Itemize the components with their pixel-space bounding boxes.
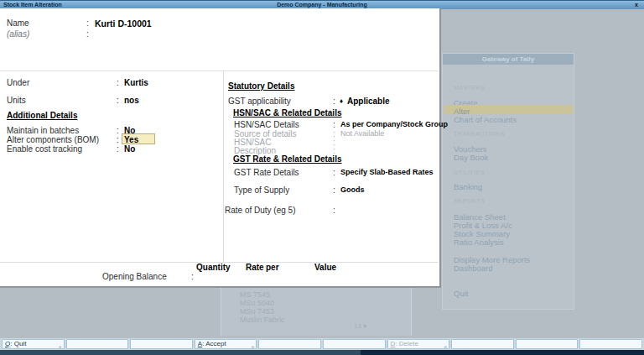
list-item: MSu 7453 bbox=[240, 307, 274, 316]
button-label: Quit bbox=[14, 340, 27, 347]
gateway-menu-title: Gateway of Tally bbox=[443, 54, 574, 65]
diamond-bullet-icon: ♦ bbox=[340, 97, 343, 105]
list-item: Muslin Fabric bbox=[240, 316, 285, 324]
description-row: Description : bbox=[0, 146, 439, 156]
under-row: Under : Kurtis bbox=[0, 78, 439, 88]
alias-row: (alias) : bbox=[0, 29, 439, 39]
colon: : bbox=[333, 185, 335, 195]
list-count: 13 bbox=[354, 322, 361, 330]
gst-applicability-field[interactable]: Applicable bbox=[347, 97, 390, 106]
source-of-details-value: Not Available bbox=[340, 129, 384, 138]
rate-header: Rate bbox=[246, 263, 264, 272]
list-scroll-indicator: 13 ▾ bbox=[354, 322, 366, 330]
opening-balance-label: Opening Balance bbox=[102, 272, 167, 281]
colon: : bbox=[86, 18, 89, 28]
empty-button-slot bbox=[130, 339, 193, 349]
statutory-details-heading: Statutory Details bbox=[228, 81, 294, 91]
quantity-header: Quantity bbox=[196, 263, 231, 272]
rate-of-duty-label: Rate of Duty (eg 5) bbox=[225, 206, 295, 215]
gst-rate-details-field[interactable]: Specify Slab-Based Rates bbox=[340, 168, 434, 176]
button-label: Delete bbox=[399, 340, 418, 347]
menu-section-masters: MASTERS bbox=[454, 85, 485, 91]
colon: : bbox=[191, 272, 194, 281]
empty-button-slot bbox=[579, 339, 642, 349]
under-label: Under bbox=[7, 78, 29, 87]
name-label: Name bbox=[7, 18, 29, 28]
type-of-supply-label: Type of Supply bbox=[234, 185, 289, 195]
button-label: Accept bbox=[205, 340, 226, 347]
empty-button-slot bbox=[258, 339, 321, 349]
diamond-mark-icon: ◆ bbox=[444, 342, 447, 349]
gateway-of-tally-menu: Gateway of Tally MASTERS Create Alter Ch… bbox=[442, 53, 574, 310]
rate-of-duty-row: Rate of Duty (eg 5) : bbox=[0, 206, 439, 216]
empty-button-slot bbox=[451, 339, 514, 349]
diamond-mark-icon: ◆ bbox=[252, 342, 255, 349]
stock-item-alteration-panel: Name : Kurti D-10001 (alias) : Under : K… bbox=[0, 8, 441, 288]
hsn-sac-details-label: HSN/SAC Details bbox=[234, 120, 299, 129]
gst-rate-details-row: GST Rate Details : Specify Slab-Based Ra… bbox=[0, 168, 439, 178]
quit-button[interactable]: Q: Quit ◆ bbox=[2, 339, 65, 349]
close-icon[interactable]: x bbox=[635, 1, 638, 9]
empty-button-slot bbox=[66, 339, 129, 349]
alias-label: (alias) bbox=[7, 29, 29, 39]
gst-rate-details-label: GST Rate Details bbox=[234, 168, 299, 177]
type-of-supply-field[interactable]: Goods bbox=[340, 185, 365, 194]
colon: : bbox=[117, 78, 119, 87]
under-field[interactable]: Kurtis bbox=[124, 78, 148, 87]
gst-applicability-label: GST applicability bbox=[228, 97, 291, 106]
menu-section-transactions: TRANSACTIONS bbox=[454, 131, 505, 137]
menu-item-day-book: Day Book bbox=[454, 153, 488, 162]
colon: : bbox=[333, 206, 335, 215]
empty-button-slot bbox=[323, 339, 386, 349]
gst-rate-heading: GST Rate & Related Details bbox=[233, 154, 341, 164]
menu-item-dashboard: Dashboard bbox=[454, 264, 492, 273]
delete-button[interactable]: D: Delete ◆ bbox=[387, 339, 450, 349]
menu-item-banking: Banking bbox=[454, 182, 482, 191]
colon: : bbox=[333, 168, 335, 177]
menu-section-utilities: UTILITIES bbox=[454, 170, 485, 175]
divider bbox=[0, 70, 439, 71]
per-header: per bbox=[266, 263, 279, 272]
menu-item-quit: Quit bbox=[454, 289, 468, 298]
colon: : bbox=[333, 120, 335, 129]
additional-details-heading: Additional Details bbox=[7, 111, 77, 120]
status-strip bbox=[0, 350, 644, 355]
name-field[interactable]: Kurti D-10001 bbox=[95, 18, 152, 29]
stock-items-list-background: MS 7545 MSu 5040 MSu 7453 Muslin Fabric … bbox=[221, 288, 412, 336]
diamond-mark-icon: ◆ bbox=[59, 342, 62, 349]
gst-applicability-row: GST applicability : ♦ Applicable bbox=[0, 97, 439, 107]
name-row: Name : Kurti D-10001 bbox=[0, 18, 439, 29]
list-item: MSu 5040 bbox=[240, 299, 274, 307]
bottom-button-bar: Q: Quit ◆ A: Accept ◆ D: Delete ◆ bbox=[0, 338, 644, 350]
value-header: Value bbox=[314, 263, 336, 272]
chevron-down-icon: ▾ bbox=[363, 322, 366, 330]
menu-section-reports: REPORTS bbox=[454, 198, 485, 204]
type-of-supply-row: Type of Supply : Goods bbox=[0, 185, 439, 196]
empty-button-slot bbox=[516, 339, 579, 349]
opening-balance-row: Opening Balance : bbox=[0, 272, 439, 282]
menu-item-ratio-analysis: Ratio Analysis bbox=[454, 238, 504, 247]
colon: : bbox=[86, 29, 89, 39]
colon: : bbox=[333, 97, 335, 106]
hsn-sac-details-field[interactable]: As per Company/Stock Group bbox=[340, 120, 448, 128]
hsn-sac-heading: HSN/SAC & Related Details bbox=[233, 108, 341, 117]
accept-button[interactable]: A: Accept ◆ bbox=[195, 339, 257, 349]
menu-item-chart-of-accounts: Chart of Accounts bbox=[454, 115, 517, 124]
list-item: MS 7545 bbox=[240, 290, 270, 299]
